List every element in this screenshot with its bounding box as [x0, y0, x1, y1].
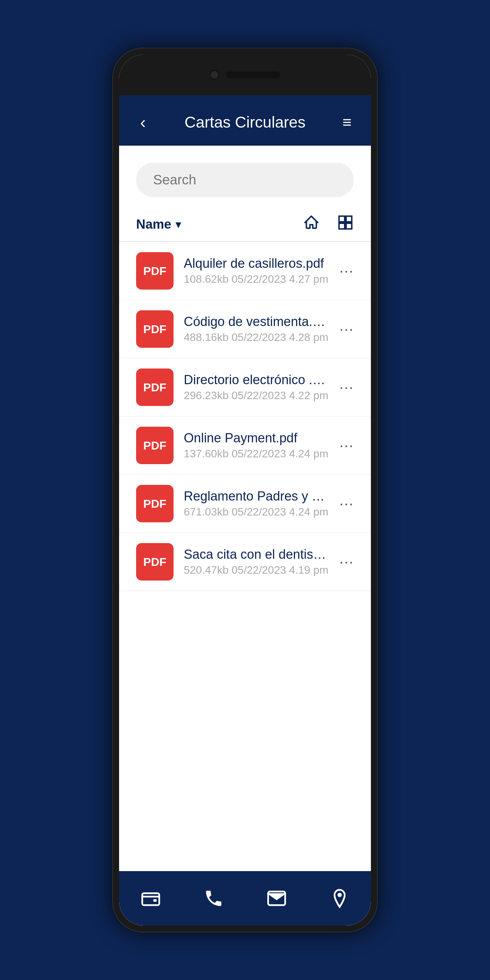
nav-wallet[interactable]: [119, 871, 182, 926]
page-title: Cartas Circulares: [153, 113, 337, 131]
file-meta: 137.60kb 05/22/2023 4.24 pm: [184, 447, 329, 460]
file-more-button[interactable]: ···: [339, 321, 354, 337]
toolbar: Name ▾: [119, 207, 371, 242]
grid-view-icon[interactable]: [337, 214, 354, 234]
svg-rect-4: [142, 893, 159, 905]
file-name: Código de vestimenta.pdf: [184, 314, 329, 329]
file-info: Directorio electrónico .pdf 296.23kb 05/…: [184, 372, 329, 402]
svg-point-7: [337, 893, 342, 897]
file-meta: 296.23kb 05/22/2023 4.22 pm: [184, 389, 329, 402]
speaker: [226, 72, 280, 78]
file-name: Saca cita con el dentista.pdf: [184, 547, 329, 562]
file-more-button[interactable]: ···: [339, 437, 354, 454]
file-name: Alquiler de casilleros.pdf: [184, 256, 329, 271]
list-item[interactable]: PDF Reglamento Padres y Estudiantes.pdf …: [119, 475, 371, 533]
pdf-icon: PDF: [136, 252, 173, 290]
pdf-icon: PDF: [136, 427, 173, 464]
list-item[interactable]: PDF Saca cita con el dentista.pdf 520.47…: [119, 533, 371, 591]
svg-rect-1: [346, 216, 352, 222]
nav-location[interactable]: [308, 871, 371, 926]
file-more-button[interactable]: ···: [339, 553, 354, 570]
file-info: Online Payment.pdf 137.60kb 05/22/2023 4…: [184, 431, 329, 460]
scrollbar: [362, 439, 365, 541]
file-more-button[interactable]: ···: [339, 495, 354, 512]
pdf-icon: PDF: [136, 369, 173, 406]
file-info: Saca cita con el dentista.pdf 520.47kb 0…: [184, 547, 329, 576]
content-area: Name ▾: [119, 146, 371, 871]
search-section: [119, 146, 371, 207]
camera: [210, 70, 219, 80]
list-item[interactable]: PDF Online Payment.pdf 137.60kb 05/22/20…: [119, 417, 371, 475]
file-info: Código de vestimenta.pdf 488.16kb 05/22/…: [184, 314, 329, 344]
menu-button[interactable]: ≡: [337, 113, 357, 131]
home-icon[interactable]: [303, 214, 320, 234]
file-meta: 671.03kb 05/22/2023 4.24 pm: [184, 506, 329, 518]
pdf-icon: PDF: [136, 310, 173, 348]
file-name: Online Payment.pdf: [184, 431, 329, 445]
phone-frame: ‹ Cartas Circulares ≡ Name: [112, 48, 378, 932]
file-meta: 108.62kb 05/22/2023 4.27 pm: [184, 273, 329, 285]
list-item[interactable]: PDF Directorio electrónico .pdf 296.23kb…: [119, 358, 371, 417]
svg-rect-2: [339, 223, 345, 229]
list-item[interactable]: PDF Código de vestimenta.pdf 488.16kb 05…: [119, 300, 371, 358]
svg-rect-0: [339, 216, 345, 222]
search-input[interactable]: [153, 172, 337, 188]
file-name: Directorio electrónico .pdf: [184, 372, 329, 387]
file-name: Reglamento Padres y Estudiantes.pdf: [184, 489, 329, 504]
back-button[interactable]: ‹: [133, 112, 153, 132]
pdf-icon: PDF: [136, 485, 173, 522]
file-meta: 520.47kb 05/22/2023 4.19 pm: [184, 564, 329, 576]
search-bar[interactable]: [136, 163, 354, 197]
file-list: PDF Alquiler de casilleros.pdf 108.62kb …: [119, 242, 371, 871]
bottom-nav: [119, 871, 371, 926]
sort-chevron-icon: ▾: [176, 218, 181, 231]
pdf-icon: PDF: [136, 543, 173, 581]
phone-notch: [119, 54, 371, 95]
file-info: Reglamento Padres y Estudiantes.pdf 671.…: [184, 489, 329, 518]
file-more-button[interactable]: ···: [339, 379, 354, 396]
app-container: ‹ Cartas Circulares ≡ Name: [119, 95, 371, 926]
nav-mail[interactable]: [245, 871, 308, 926]
file-meta: 488.16kb 05/22/2023 4.28 pm: [184, 331, 329, 344]
nav-phone[interactable]: [182, 871, 245, 926]
file-info: Alquiler de casilleros.pdf 108.62kb 05/2…: [184, 256, 329, 285]
svg-rect-5: [153, 899, 156, 902]
list-item[interactable]: PDF Alquiler de casilleros.pdf 108.62kb …: [119, 242, 371, 300]
phone-screen: ‹ Cartas Circulares ≡ Name: [119, 54, 371, 926]
svg-rect-3: [346, 223, 352, 229]
app-header: ‹ Cartas Circulares ≡: [119, 95, 371, 146]
file-more-button[interactable]: ···: [339, 262, 354, 279]
sort-name-button[interactable]: Name ▾: [136, 217, 181, 232]
